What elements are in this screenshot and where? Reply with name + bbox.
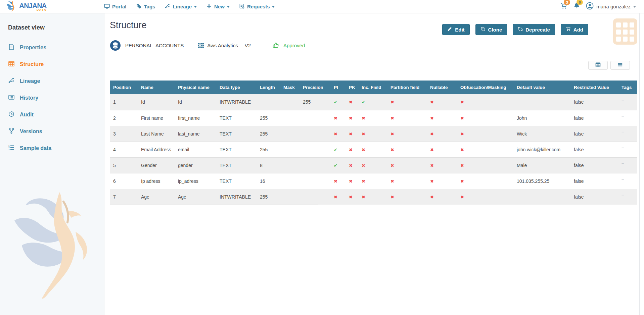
cross-icon: ✖ <box>460 132 464 137</box>
cart-button[interactable]: 3 <box>560 2 567 11</box>
table-cell <box>300 142 330 157</box>
cross-icon: ✖ <box>362 147 365 152</box>
column-header: Inc. Field <box>358 81 387 94</box>
deprecate-button[interactable]: Deprecate <box>513 24 555 35</box>
empty-tag-dash: – <box>622 145 624 150</box>
table-cell <box>300 157 330 173</box>
table-cell <box>280 142 300 157</box>
table-cell <box>300 189 330 205</box>
audit-icon <box>8 111 15 119</box>
sidebar-item-structure[interactable]: Structure <box>8 56 101 73</box>
user-menu[interactable]: maria gonzalez <box>586 2 636 11</box>
table-cell: ✖ <box>346 173 358 189</box>
table-cell: 5 <box>110 157 138 173</box>
add-button[interactable]: Add <box>561 24 588 35</box>
main-content: Structure Edit Clone Deprecate <box>104 13 644 315</box>
app-logo[interactable]: ANJANA DATA <box>6 0 104 13</box>
cross-icon: ✖ <box>334 132 337 137</box>
plus-icon <box>206 3 212 10</box>
table-cell: 2 <box>110 110 138 126</box>
sample-data-icon: 123 <box>8 144 15 152</box>
column-header: Mask <box>280 81 300 94</box>
dataset-name: PERSONAL_ACCOUNTS <box>125 43 184 48</box>
table-cell: INTWRITABLE <box>216 94 257 110</box>
table-cell: Last Name <box>138 126 175 142</box>
table-cell: ✖ <box>346 142 358 157</box>
nav-item-requests[interactable]: Requests <box>239 3 275 10</box>
sidebar-item-sample-data[interactable]: 123 Sample data <box>8 140 101 157</box>
nav-item-lineage[interactable]: Lineage <box>165 3 197 10</box>
table-cell: – <box>618 142 637 157</box>
cross-icon: ✖ <box>362 116 365 121</box>
table-cell: ✖ <box>358 173 387 189</box>
table-cell: false <box>570 157 618 173</box>
column-header: Obfuscation/Masking <box>457 81 513 94</box>
table-icon <box>8 60 15 68</box>
table-cell <box>300 126 330 142</box>
table-row: 5GendergenderTEXT8✔✖✖✖✖✖Malefalse– <box>110 157 637 173</box>
notifications-button[interactable]: 0 <box>573 2 580 11</box>
table-cell: ✖ <box>358 189 387 205</box>
table-cell <box>513 94 570 110</box>
column-header: Precision <box>300 81 330 94</box>
cross-icon: ✖ <box>430 100 434 105</box>
sidebar-item-properties[interactable]: Properties <box>8 39 101 56</box>
sidebar-item-audit[interactable]: Audit <box>8 106 101 123</box>
scrollbar-track[interactable] <box>639 13 640 315</box>
nav-item-label: Portal <box>112 4 127 9</box>
table-cell: ip_adress <box>175 173 216 189</box>
table-cell: Gender <box>138 157 175 173</box>
table-cell: ✖ <box>457 110 513 126</box>
nav-item-label: Tags <box>144 4 155 9</box>
table-cell: 255 <box>257 189 280 205</box>
table-cell: ✖ <box>387 94 427 110</box>
versions-icon <box>8 127 15 136</box>
button-label: Deprecate <box>525 27 550 33</box>
cross-icon: ✖ <box>334 195 337 200</box>
sidebar-item-versions[interactable]: Versions <box>8 123 101 140</box>
view-toggles <box>110 61 630 70</box>
top-menu: Portal Tags Lineage New Reques <box>104 3 275 10</box>
cross-icon: ✖ <box>460 147 464 152</box>
table-cell: – <box>618 126 637 142</box>
table-cell: ✖ <box>457 157 513 173</box>
cross-icon: ✖ <box>430 163 434 168</box>
lineage-icon <box>8 77 15 85</box>
grid-view-button[interactable] <box>588 61 608 70</box>
table-cell <box>280 126 300 142</box>
clone-button[interactable]: Clone <box>475 24 507 35</box>
cross-icon: ✖ <box>349 179 353 184</box>
table-cell: ✖ <box>457 142 513 157</box>
table-cell: TEXT <box>216 126 257 142</box>
check-icon: ✔ <box>334 147 337 152</box>
chevron-down-icon <box>194 6 197 8</box>
cross-icon: ✖ <box>349 100 353 105</box>
table-bottom-border <box>110 205 318 205</box>
table-cell: 6 <box>110 173 138 189</box>
tag-icon <box>136 3 142 10</box>
list-view-button[interactable] <box>610 61 630 70</box>
empty-tag-dash: – <box>622 129 624 134</box>
empty-tag-dash: – <box>622 192 624 197</box>
monitor-icon <box>104 3 110 10</box>
column-header: Tags <box>618 81 637 94</box>
nav-item-tags[interactable]: Tags <box>136 3 155 10</box>
sidebar-item-lineage[interactable]: Lineage <box>8 73 101 90</box>
table-row: 3Last Namelast_nameTEXT255✖✖✖✖✖✖Wickfals… <box>110 126 637 142</box>
table-cell: Age <box>138 189 175 205</box>
datasource-name: Aws Analytics <box>207 43 238 48</box>
cross-icon: ✖ <box>349 116 353 121</box>
nav-item-new[interactable]: New <box>206 3 230 10</box>
sidebar-item-history[interactable]: History <box>8 90 101 106</box>
table-cell: 7 <box>110 189 138 205</box>
nav-item-portal[interactable]: Portal <box>104 3 127 10</box>
table-cell: ✖ <box>358 142 387 157</box>
column-header: Partition field <box>387 81 427 94</box>
table-cell: ✖ <box>457 94 513 110</box>
table-cell: ✖ <box>427 142 457 157</box>
edit-button[interactable]: Edit <box>442 24 469 35</box>
cross-icon: ✖ <box>430 116 434 121</box>
cross-icon: ✖ <box>362 195 365 200</box>
table-cell <box>513 189 570 205</box>
table-cell: ✖ <box>457 173 513 189</box>
